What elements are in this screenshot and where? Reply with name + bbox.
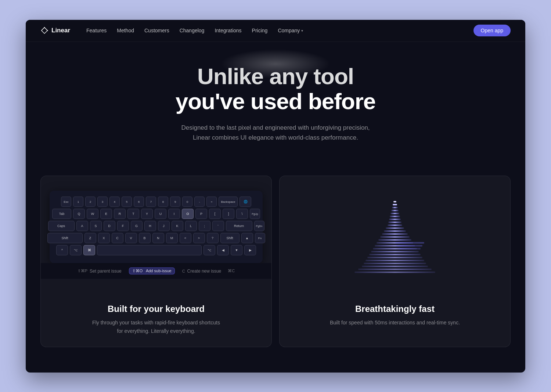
key-f7[interactable]: 7 — [146, 197, 156, 207]
svg-rect-9 — [371, 251, 419, 252]
keyboard-card-text: Built for your keyboard Fly through your… — [41, 294, 271, 347]
key-quote[interactable]: ' — [212, 221, 224, 231]
key-k[interactable]: K — [172, 221, 183, 231]
key-p[interactable]: P — [195, 209, 207, 219]
key-f1[interactable]: 1 — [73, 197, 83, 207]
shortcut-parent: ⇧⌘P Set parent issue — [78, 269, 122, 274]
svg-rect-22 — [390, 213, 399, 214]
key-alt-l[interactable]: ⌥ — [70, 245, 82, 255]
key-f6[interactable]: 6 — [134, 197, 144, 207]
key-return[interactable]: Return — [226, 221, 252, 231]
key-m[interactable]: M — [166, 233, 178, 243]
svg-rect-23 — [391, 210, 399, 211]
svg-rect-29 — [399, 248, 421, 249]
nav-pricing[interactable]: Pricing — [248, 25, 272, 36]
key-globe[interactable]: 🌐 — [240, 197, 251, 207]
key-i[interactable]: I — [168, 209, 180, 219]
key-v[interactable]: V — [125, 233, 137, 243]
key-arrow-left[interactable]: ◀ — [217, 245, 229, 255]
key-z[interactable]: Z — [84, 233, 96, 243]
nav-customers[interactable]: Customers — [140, 25, 174, 36]
key-q[interactable]: Q — [73, 209, 85, 219]
shortcut-bar: ⇧⌘P Set parent issue ⇧⌘O Add sub-issue C… — [41, 263, 271, 279]
shortcut-create: C Create new issue ⌘C — [182, 269, 235, 274]
svg-rect-3 — [358, 269, 432, 270]
key-minus[interactable]: - — [194, 197, 205, 207]
key-f8[interactable]: 8 — [158, 197, 168, 207]
key-f10[interactable]: 0 — [182, 197, 192, 207]
svg-rect-16 — [384, 230, 406, 232]
key-caps[interactable]: Caps — [48, 221, 75, 231]
key-equals[interactable]: = — [206, 197, 217, 207]
nav-changelog[interactable]: Changelog — [175, 25, 209, 36]
nav-method[interactable]: Method — [112, 25, 138, 36]
key-comma[interactable]: < — [180, 233, 191, 243]
key-pgup[interactable]: PgUp — [250, 209, 260, 219]
key-h[interactable]: H — [144, 221, 156, 231]
nav-integrations[interactable]: Integrations — [210, 25, 246, 36]
hero-title-line2: you've used before — [40, 89, 511, 114]
key-b[interactable]: B — [139, 233, 151, 243]
key-j[interactable]: J — [158, 221, 170, 231]
key-fn[interactable]: Fn — [255, 233, 265, 243]
key-a[interactable]: A — [76, 221, 88, 231]
key-esc[interactable]: Esc — [61, 197, 71, 207]
key-f9[interactable]: 9 — [170, 197, 180, 207]
keyboard-card-title: Built for your keyboard — [53, 304, 260, 314]
key-shift-l[interactable]: Shift — [47, 233, 83, 243]
key-n[interactable]: N — [152, 233, 164, 243]
key-d[interactable]: D — [104, 221, 115, 231]
key-slash[interactable]: ? — [207, 233, 219, 243]
key-alt-r[interactable]: ⌥ — [204, 245, 215, 255]
key-arrow-down[interactable]: ▼ — [231, 245, 242, 255]
key-f4[interactable]: 4 — [109, 197, 120, 207]
key-f2[interactable]: 2 — [85, 197, 96, 207]
key-arrow-up[interactable]: ▲ — [241, 233, 253, 243]
key-x[interactable]: X — [98, 233, 110, 243]
key-l[interactable]: L — [185, 221, 197, 231]
key-s[interactable]: S — [90, 221, 102, 231]
key-w[interactable]: W — [87, 209, 98, 219]
key-f3[interactable]: 3 — [97, 197, 108, 207]
key-u[interactable]: U — [155, 209, 166, 219]
key-space[interactable] — [97, 245, 202, 255]
key-cmd[interactable]: ⌘ — [83, 245, 95, 255]
browser-window: Linear Features Method Customers Changel… — [26, 20, 525, 373]
key-period[interactable]: > — [193, 233, 205, 243]
shortcut-badge-sub: ⇧⌘O Add sub-issue — [129, 267, 175, 274]
svg-rect-20 — [389, 219, 401, 220]
key-tab[interactable]: Tab — [52, 209, 71, 219]
svg-point-0 — [44, 27, 45, 28]
key-bracket-l[interactable]: [ — [209, 209, 221, 219]
key-f5[interactable]: 5 — [122, 197, 132, 207]
svg-rect-25 — [393, 204, 397, 205]
speed-visual — [280, 176, 510, 294]
logo[interactable]: Linear — [40, 26, 70, 35]
key-r[interactable]: R — [114, 209, 126, 219]
key-ctrl[interactable]: ^ — [56, 245, 68, 255]
key-e[interactable]: E — [100, 209, 112, 219]
key-arrow-right[interactable]: ▶ — [244, 245, 256, 255]
svg-rect-21 — [390, 216, 400, 217]
key-c[interactable]: C — [112, 233, 123, 243]
open-app-button[interactable]: Open app — [473, 25, 511, 36]
key-g[interactable]: G — [131, 221, 143, 231]
svg-rect-13 — [378, 239, 411, 241]
key-semicolon[interactable]: ; — [199, 221, 210, 231]
key-o[interactable]: O — [182, 209, 194, 219]
key-f[interactable]: F — [117, 221, 129, 231]
key-t[interactable]: T — [127, 209, 139, 219]
svg-rect-2 — [354, 271, 435, 273]
key-backspace[interactable]: Backspace — [219, 197, 238, 207]
kb-row-bottom: ^ ⌥ ⌘ ⌥ ◀ ▼ ▶ — [56, 245, 256, 255]
nav-features[interactable]: Features — [82, 25, 111, 36]
key-shift-r[interactable]: Shift — [220, 233, 240, 243]
key-bracket-r[interactable]: ] — [223, 209, 234, 219]
kb-row-shift: Shift Z X C V B N M < > ? Shift — [56, 233, 256, 243]
svg-rect-4 — [362, 266, 428, 267]
nav-company[interactable]: Company ▾ — [273, 25, 307, 36]
kb-row-asdf: Caps A S D F G H J K L ; ' Retur — [56, 221, 256, 231]
key-backslash[interactable]: \ — [236, 209, 248, 219]
key-pgdn[interactable]: PgDn — [254, 221, 264, 231]
key-y[interactable]: Y — [141, 209, 153, 219]
